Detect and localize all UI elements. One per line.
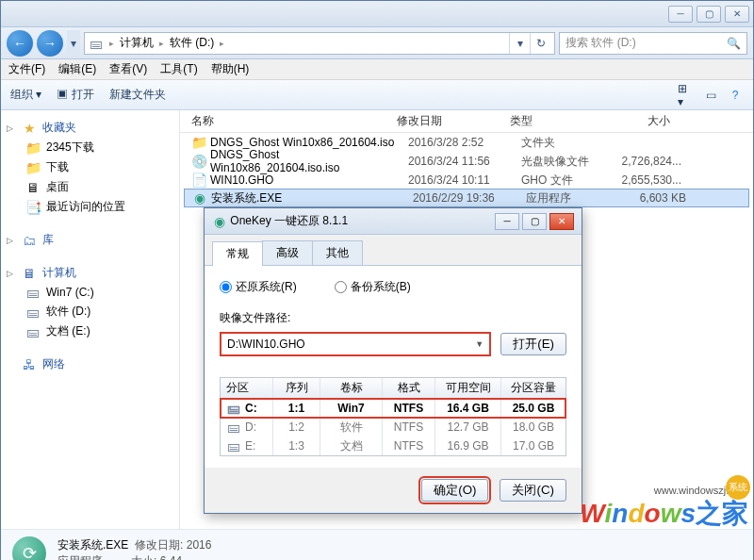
sidebar-item-2345[interactable]: 📁2345下载: [7, 138, 173, 157]
forward-button[interactable]: →: [37, 30, 63, 57]
partition-table: 分区 序列 卷标 格式 可用空间 分区容量 🖴C: 1:1Win7NTFS16.…: [220, 377, 566, 456]
search-input[interactable]: 搜索 软件 (D:) 🔍: [559, 32, 747, 55]
col-type[interactable]: 类型: [510, 113, 604, 129]
tab-other[interactable]: 其他: [312, 240, 363, 265]
col-size[interactable]: 大小: [604, 113, 680, 129]
dialog-minimize-button[interactable]: ─: [495, 213, 519, 230]
file-row[interactable]: 📄 WIN10.GHO2016/3/24 10:11GHO 文件2,655,53…: [180, 171, 753, 189]
dialog-titlebar[interactable]: ◉ OneKey 一键还原 8.1.1 ─ ▢ ✕: [205, 208, 582, 235]
preview-pane-icon[interactable]: ▭: [702, 87, 719, 104]
pt-col-part[interactable]: 分区: [221, 378, 273, 398]
sidebar-item-desktop[interactable]: 🖥桌面: [7, 177, 173, 197]
radio-restore[interactable]: 还原系统(R): [220, 279, 297, 295]
search-placeholder: 搜索 软件 (D:): [566, 35, 636, 51]
image-path-combobox[interactable]: D:\WIN10.GHO ▼: [220, 332, 491, 356]
close-button[interactable]: 关闭(C): [500, 479, 566, 502]
tab-bar: 常规 高级 其他: [205, 235, 582, 266]
tab-general[interactable]: 常规: [212, 241, 263, 266]
drive-icon: 🖴: [25, 285, 41, 300]
file-row[interactable]: 💿 DNGS_Ghost Win10x86_201604.iso.iso2016…: [180, 152, 753, 171]
sidebar-drive-e[interactable]: 🖴文档 (E:): [7, 321, 173, 341]
details-filename: 安装系统.EXE: [57, 538, 128, 552]
view-options-icon[interactable]: ⊞ ▾: [678, 87, 695, 104]
dialog-close-button[interactable]: ✕: [549, 213, 574, 230]
menu-bar: 文件(F) 编辑(E) 查看(V) 工具(T) 帮助(H): [1, 59, 753, 80]
drive-icon: 🖴: [226, 438, 241, 453]
exe-icon: ⟳: [12, 536, 46, 561]
partition-row[interactable]: 🖴D: 1:2软件NTFS12.7 GB18.0 GB: [221, 418, 566, 436]
col-date[interactable]: 修改日期: [397, 113, 510, 129]
refresh-button[interactable]: ↻: [530, 33, 550, 54]
pt-col-total[interactable]: 分区容量: [501, 378, 566, 398]
nav-bar: ← → ▾ 🖴 ▸ 计算机 ▸ 软件 (D:) ▸ ▾ ↻ 搜索 软件 (D:)…: [1, 27, 753, 59]
drive-icon: 🖴: [25, 305, 41, 320]
partition-row[interactable]: 🖴C: 1:1Win7NTFS16.4 GB25.0 GB: [221, 399, 566, 418]
breadcrumb-computer[interactable]: 计算机: [120, 35, 154, 51]
pt-col-fs[interactable]: 格式: [383, 378, 435, 398]
sidebar-libraries[interactable]: ▷🗂库: [7, 230, 173, 250]
chevron-right-icon: ▸: [159, 39, 164, 48]
drive-icon: 🖴: [25, 324, 41, 339]
new-folder-button[interactable]: 新建文件夹: [109, 87, 166, 103]
menu-help[interactable]: 帮助(H): [211, 61, 250, 77]
tab-advanced[interactable]: 高级: [262, 240, 313, 265]
file-icon: 📄: [191, 173, 206, 188]
pt-col-label[interactable]: 卷标: [320, 378, 383, 398]
partition-row[interactable]: 🖴E: 1:3文档NTFS16.9 GB17.0 GB: [221, 436, 566, 455]
open-button[interactable]: ▣ 打开: [57, 87, 93, 103]
onekey-dialog: ◉ OneKey 一键还原 8.1.1 ─ ▢ ✕ 常规 高级 其他 还原系统(…: [204, 207, 582, 514]
library-icon: 🗂: [22, 233, 37, 248]
back-button[interactable]: ←: [7, 30, 33, 57]
window-titlebar[interactable]: ─ ▢ ✕: [1, 1, 753, 27]
maximize-button[interactable]: ▢: [697, 6, 721, 23]
ok-button[interactable]: 确定(O): [421, 479, 488, 502]
exe-icon: ◉: [192, 190, 207, 206]
folder-icon: 📁: [25, 140, 41, 156]
sidebar-drive-d[interactable]: 🖴软件 (D:): [7, 302, 173, 321]
sidebar-favorites[interactable]: ▷★收藏夹: [7, 118, 173, 138]
image-path-value: D:\WIN10.GHO: [227, 338, 305, 351]
close-button[interactable]: ✕: [725, 6, 749, 23]
open-file-button[interactable]: 打开(E): [500, 333, 566, 355]
dialog-maximize-button[interactable]: ▢: [522, 213, 547, 230]
drive-icon: 🖴: [226, 420, 241, 435]
sidebar-network[interactable]: 🖧网络: [7, 354, 173, 374]
file-row[interactable]: ◉ 安装系统.EXE2016/2/29 19:36应用程序6,603 KB: [184, 189, 749, 207]
help-icon[interactable]: ?: [727, 87, 744, 104]
pt-col-seq[interactable]: 序列: [273, 378, 320, 398]
address-bar[interactable]: 🖴 ▸ 计算机 ▸ 软件 (D:) ▸ ▾ ↻: [84, 32, 555, 55]
sidebar-item-downloads[interactable]: 📁下载: [7, 157, 173, 177]
folder-icon: 📁: [25, 160, 41, 175]
chevron-down-icon: ▼: [475, 339, 484, 349]
app-icon: ◉: [212, 214, 227, 229]
pt-col-free[interactable]: 可用空间: [435, 378, 501, 398]
address-dropdown[interactable]: ▾: [509, 33, 530, 54]
minimize-button[interactable]: ─: [668, 6, 693, 23]
history-dropdown[interactable]: ▾: [67, 30, 80, 57]
folder-icon: 📁: [191, 135, 206, 150]
toolbar: 组织 ▾ ▣ 打开 新建文件夹 ⊞ ▾ ▭ ?: [1, 80, 753, 110]
details-pane: ⟳ 安装系统.EXE 修改日期: 2016 应用程序 大小: 6.44: [1, 529, 753, 560]
chevron-right-icon: ▸: [220, 39, 224, 48]
organize-button[interactable]: 组织 ▾: [10, 87, 41, 103]
search-icon: 🔍: [727, 37, 741, 50]
menu-view[interactable]: 查看(V): [109, 61, 147, 77]
iso-icon: 💿: [191, 154, 206, 169]
desktop-icon: 🖥: [25, 180, 41, 195]
menu-edit[interactable]: 编辑(E): [58, 61, 96, 77]
col-name[interactable]: 名称: [180, 113, 397, 129]
chevron-right-icon: ▸: [109, 39, 114, 48]
recent-icon: 📑: [25, 200, 41, 215]
star-icon: ★: [22, 121, 37, 136]
column-headers: 名称 修改日期 类型 大小: [180, 110, 753, 133]
sidebar-computer[interactable]: ▷🖥计算机: [7, 263, 173, 283]
details-type: 应用程序: [57, 554, 103, 561]
sidebar-item-recent[interactable]: 📑最近访问的位置: [7, 197, 173, 217]
radio-backup[interactable]: 备份系统(B): [335, 279, 411, 295]
breadcrumb-drive[interactable]: 软件 (D:): [170, 35, 214, 51]
menu-tools[interactable]: 工具(T): [160, 61, 197, 77]
computer-icon: 🖥: [22, 266, 37, 281]
dialog-title: OneKey 一键还原 8.1.1: [230, 213, 492, 229]
sidebar-drive-c[interactable]: 🖴Win7 (C:): [7, 283, 173, 302]
menu-file[interactable]: 文件(F): [8, 61, 45, 77]
